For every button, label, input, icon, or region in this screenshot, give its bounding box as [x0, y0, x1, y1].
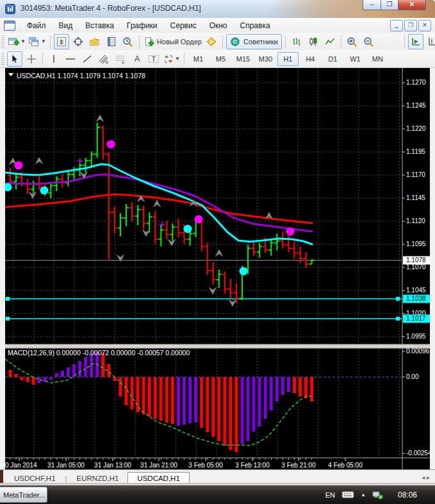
new-chart-icon	[8, 37, 19, 47]
menu-help[interactable]: Справка	[234, 20, 277, 31]
terminal-button[interactable]	[104, 34, 119, 49]
network-icon[interactable]	[372, 491, 384, 500]
text-label-button[interactable]: T	[146, 51, 161, 67]
svg-text:1.1038: 1.1038	[406, 295, 426, 302]
crosshair-button[interactable]	[24, 51, 39, 67]
line-chart-type-button[interactable]	[322, 34, 338, 49]
channel-button[interactable]: E	[96, 51, 111, 67]
fibonacci-icon: F	[115, 54, 126, 64]
menu-file[interactable]: Файл	[21, 20, 53, 31]
trendline-button[interactable]	[79, 51, 95, 67]
cursor-button[interactable]	[7, 51, 22, 67]
zoom-in-icon	[347, 37, 357, 47]
timeframe-m5-button[interactable]: M5	[210, 52, 231, 66]
close-button[interactable]: ✕	[398, 0, 426, 10]
timeframe-w1-button[interactable]: W1	[345, 52, 366, 66]
mdi-minimize-button[interactable]: ‗	[390, 20, 403, 31]
taskbar-clock[interactable]: 08:06	[398, 491, 417, 500]
vertical-line-icon	[51, 54, 57, 64]
toolbar-grip[interactable]	[1, 53, 4, 65]
svg-text:1.1145: 1.1145	[406, 194, 425, 201]
fibonacci-button[interactable]: F	[113, 51, 128, 67]
vertical-line-button[interactable]	[46, 51, 62, 67]
svg-text:-0.00254: -0.00254	[406, 449, 432, 457]
taskbar-app-button[interactable]: MetaTrader...	[0, 487, 47, 503]
chart-shift-icon	[427, 37, 435, 47]
tab-scroll-left-icon[interactable]: ◂	[422, 474, 425, 481]
toolbar-grip[interactable]	[1, 35, 4, 48]
pane-splitter[interactable]	[0, 344, 435, 348]
timeframe-m30-button[interactable]: M30	[255, 52, 276, 66]
maximize-button[interactable]: ❐	[381, 0, 398, 10]
timeframe-m15-button[interactable]: M15	[233, 52, 254, 66]
wallpaper-sliver	[0, 470, 3, 483]
svg-text:1.1195: 1.1195	[406, 148, 425, 155]
text-button[interactable]: A	[129, 51, 145, 67]
chart-shift-button[interactable]	[425, 34, 435, 49]
svg-text:MACD(12,26,9) 0.00000 -0.00072: MACD(12,26,9) 0.00000 -0.00072 0.00000 -…	[8, 349, 190, 357]
channel-icon: E	[98, 54, 110, 64]
new-order-icon	[144, 37, 154, 47]
metaeditor-icon	[206, 37, 217, 47]
minimize-button[interactable]: –	[363, 0, 381, 10]
timeframe-m1-button[interactable]: M1	[188, 52, 209, 66]
keyboard-icon[interactable]	[341, 491, 354, 499]
bar-chart-icon	[291, 37, 302, 47]
horizontal-line-button[interactable]	[63, 51, 78, 67]
svg-text:4 Feb 05:00: 4 Feb 05:00	[328, 462, 363, 469]
market-watch-button[interactable]	[54, 34, 69, 49]
dropdown-caret-icon: ▼	[175, 56, 180, 62]
timeframe-d1-button[interactable]: D1	[322, 52, 343, 66]
tab-scroll-right-icon[interactable]: ▸	[427, 474, 430, 481]
window-title: 3014953: MetaTrader 4 - RoboForex - [USD…	[21, 0, 201, 18]
profiles-icon	[28, 37, 40, 47]
dropdown-caret-icon: ▼	[21, 38, 26, 44]
chart-area: USDCAD,H1 1.1074 1.1079 1.1074 1.1078MAC…	[0, 68, 435, 469]
arrows-tool-button[interactable]: ▼	[163, 51, 181, 67]
new-chart-button[interactable]: ▼	[7, 34, 26, 49]
tab-eurnzd[interactable]: EURNZD,H1	[68, 473, 128, 483]
system-tray: EN ▲ 08:06	[319, 485, 417, 504]
menu-service[interactable]: Сервис	[164, 20, 203, 31]
tab-usdchf[interactable]: USDCHF,H1	[5, 473, 65, 483]
horizontal-line-icon	[65, 54, 76, 64]
mdi-close-button[interactable]: ✕	[418, 20, 431, 31]
bar-chart-type-button[interactable]	[289, 34, 304, 49]
dropdown-caret-icon: ▼	[41, 38, 46, 44]
timeframe-mn-button[interactable]: MN	[367, 52, 388, 66]
window-right-border	[430, 68, 435, 469]
tester-magnifier-icon	[122, 37, 133, 47]
metaeditor-button[interactable]	[204, 34, 219, 49]
advisors-button[interactable]: Советники	[226, 34, 282, 49]
svg-text:31 Jan 21:00: 31 Jan 21:00	[140, 462, 177, 469]
terminal-notebook-icon	[106, 37, 117, 47]
language-indicator[interactable]: EN	[325, 491, 335, 499]
window-left-border	[0, 68, 5, 469]
chart-canvas[interactable]: USDCAD,H1 1.1074 1.1079 1.1074 1.1078MAC…	[0, 68, 435, 469]
zoom-out-button[interactable]	[361, 34, 377, 49]
auto-scroll-button[interactable]	[408, 34, 423, 49]
menu-charts[interactable]: Графики	[120, 20, 164, 31]
new-order-button[interactable]: Новый Ордер	[143, 34, 202, 49]
svg-text:1.1045: 1.1045	[406, 287, 426, 294]
svg-text:USDCAD,H1 1.1074 1.1079 1.107: USDCAD,H1 1.1074 1.1079 1.1074 1.1078	[17, 72, 145, 80]
svg-text:1.0995: 1.0995	[406, 333, 426, 340]
navigator-button[interactable]	[87, 34, 103, 49]
menu-window[interactable]: Окно	[203, 20, 234, 31]
mdi-restore-button[interactable]: ❐	[404, 20, 417, 31]
trendline-icon	[82, 54, 92, 64]
strategy-tester-button[interactable]	[120, 34, 136, 49]
timeframe-h1-button[interactable]: H1	[277, 52, 299, 66]
crosshair-icon	[26, 54, 37, 64]
show-hidden-icons-icon[interactable]: ▲	[361, 492, 366, 498]
menu-insert[interactable]: Вставка	[79, 20, 120, 31]
profiles-button[interactable]: ▼	[28, 34, 47, 49]
data-window-button[interactable]	[70, 34, 86, 49]
market-watch-icon	[56, 37, 67, 47]
timeframe-h4-button[interactable]: H4	[300, 52, 321, 66]
zoom-in-button[interactable]	[345, 34, 360, 49]
svg-text:31 Jan 13:00: 31 Jan 13:00	[94, 462, 131, 469]
menu-view[interactable]: Вид	[53, 20, 79, 31]
candlestick-chart-type-button[interactable]	[306, 34, 321, 49]
cursor-icon	[10, 54, 19, 64]
